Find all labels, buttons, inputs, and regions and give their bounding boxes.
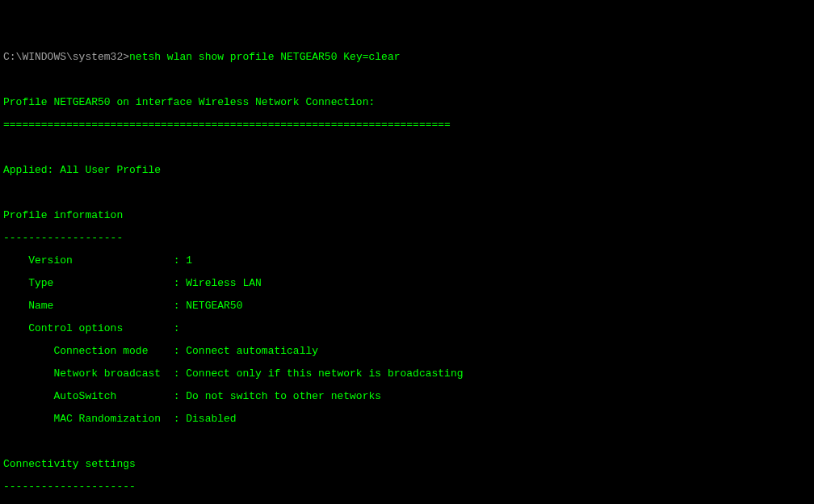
- profile-info-title: Profile information: [3, 210, 811, 221]
- profile-version: Version : 1: [3, 255, 811, 267]
- blank-line: [3, 74, 811, 86]
- connectivity-dashes: ---------------------: [3, 481, 811, 493]
- profile-connection-mode: Connection mode : Connect automatically: [3, 346, 811, 357]
- profile-network-broadcast: Network broadcast : Connect only if this…: [3, 368, 811, 380]
- blank-line: [3, 142, 811, 153]
- prompt-path: C:\WINDOWS\system32>: [3, 51, 129, 63]
- applied-line: Applied: All User Profile: [3, 165, 811, 176]
- blank-line: [3, 187, 811, 199]
- profile-mac-randomization: MAC Randomization : Disabled: [3, 414, 811, 425]
- profile-control-options: Control options :: [3, 323, 811, 334]
- profile-info-dashes: -------------------: [3, 233, 811, 244]
- profile-header-underline: ========================================…: [3, 120, 811, 131]
- profile-name: Name : NETGEAR50: [3, 300, 811, 312]
- prompt-command: netsh wlan show profile NETGEAR50 Key=cl…: [129, 51, 400, 63]
- prompt-line-1[interactable]: C:\WINDOWS\system32>netsh wlan show prof…: [3, 52, 811, 63]
- connectivity-title: Connectivity settings: [3, 459, 811, 470]
- profile-header: Profile NETGEAR50 on interface Wireless …: [3, 97, 811, 108]
- profile-type: Type : Wireless LAN: [3, 278, 811, 289]
- blank-line: [3, 436, 811, 447]
- profile-autoswitch: AutoSwitch : Do not switch to other netw…: [3, 391, 811, 402]
